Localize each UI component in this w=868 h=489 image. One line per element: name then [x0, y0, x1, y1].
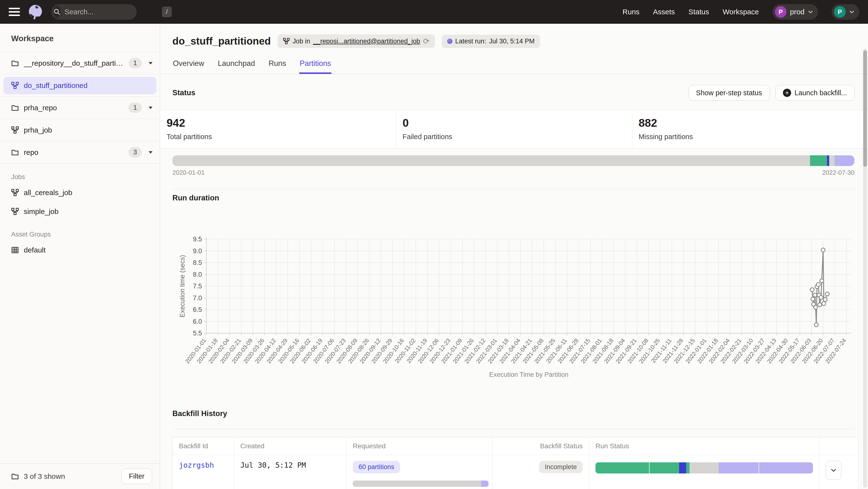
svg-text:6.0: 6.0 — [193, 318, 202, 325]
repo-count-badge: 1 — [128, 102, 142, 113]
vertical-scrollbar[interactable] — [863, 48, 867, 488]
folder-icon — [11, 59, 19, 67]
job-icon — [283, 38, 290, 44]
asset-group-icon — [11, 246, 19, 254]
stat-missing-partitions: 882 Missing partitions — [632, 110, 868, 148]
partition-status-bar[interactable] — [173, 155, 855, 166]
launch-backfill-button[interactable]: + Launch backfill... — [775, 85, 855, 101]
backfill-id-link[interactable]: jozrgsbh — [179, 461, 214, 469]
repos-shown-count: 3 of 3 shown — [24, 472, 117, 481]
stat-value: 0 — [402, 116, 632, 129]
chevron-down-icon[interactable] — [149, 151, 153, 154]
sidebar-title: Workspace — [0, 24, 160, 52]
partition-range-start: 2020-01-01 — [173, 169, 205, 176]
tab-launchpad[interactable]: Launchpad — [217, 59, 255, 74]
chevron-down-icon — [808, 10, 813, 13]
deployment-label: prod — [790, 8, 804, 16]
expand-row-button[interactable] — [826, 461, 841, 480]
sidebar-item-default-asset-group[interactable]: default — [0, 240, 160, 260]
sidebar-footer: 3 of 3 shown Filter — [0, 463, 160, 489]
chevron-down-icon[interactable] — [149, 107, 153, 109]
sidebar-item-repo[interactable]: repo 3 — [0, 141, 160, 164]
top-nav-links: Runs Assets Status Workspace P prod P — [622, 4, 859, 20]
svg-text:Execution Time by Partition: Execution Time by Partition — [489, 371, 568, 378]
section-divider — [173, 429, 855, 429]
column-header-created: Created — [234, 437, 346, 455]
folder-icon — [11, 104, 19, 112]
deployment-avatar: P — [775, 6, 786, 18]
backfill-run-status-bar — [595, 462, 813, 474]
user-menu[interactable]: P — [832, 4, 859, 20]
run-status-dot-icon — [447, 38, 453, 44]
column-header-requested: Requested — [346, 437, 493, 455]
show-per-step-status-button[interactable]: Show per-step status — [689, 85, 770, 101]
stat-label: Total partitions — [166, 133, 396, 141]
nav-link-runs[interactable]: Runs — [622, 8, 639, 16]
workspace-sidebar: Workspace __repository__do_stuff_partiti… — [0, 24, 160, 489]
tab-runs[interactable]: Runs — [268, 59, 287, 74]
sidebar-item-all-cereals-job[interactable]: all_cereals_job — [0, 183, 160, 202]
hamburger-menu-icon[interactable] — [9, 8, 20, 16]
top-navigation-bar: / Runs Assets Status Workspace P prod P — [0, 0, 868, 24]
job-icon — [11, 82, 19, 90]
filter-button[interactable]: Filter — [121, 469, 152, 484]
svg-text:Execution time (secs): Execution time (secs) — [179, 255, 186, 318]
job-name: prha_job — [24, 126, 153, 134]
svg-text:9.0: 9.0 — [193, 248, 202, 255]
stat-label: Failed partitions — [402, 133, 632, 141]
svg-text:7.0: 7.0 — [193, 294, 202, 302]
backfill-created-time: Jul 30, 5:12 PM — [240, 461, 306, 469]
nav-link-workspace[interactable]: Workspace — [722, 8, 759, 16]
latest-run-tag: Latest run: Jul 30, 5:14 PM — [442, 35, 540, 48]
tab-partitions[interactable]: Partitions — [299, 59, 332, 74]
search-icon — [53, 6, 61, 18]
scrollbar-thumb[interactable] — [863, 51, 867, 167]
requested-partitions-chip[interactable]: 60 partitions — [353, 461, 400, 473]
backfill-table-row: jozrgsbh Jul 30, 5:12 PM 60 partitions 2… — [173, 455, 858, 489]
job-origin-prefix: Job in — [293, 38, 310, 45]
stat-value: 942 — [166, 116, 396, 129]
folder-icon — [11, 472, 19, 480]
svg-text:8.0: 8.0 — [193, 271, 202, 278]
global-search[interactable]: / — [52, 4, 137, 20]
tab-overview[interactable]: Overview — [173, 59, 205, 74]
run-duration-chart: 2020-01-012020-01-182020-02-042020-02-21… — [167, 228, 855, 386]
latest-run-link[interactable]: Jul 30, 5:14 PM — [489, 38, 535, 45]
job-origin-link[interactable]: __reposi...artitioned@partitioned_job — [313, 38, 420, 45]
job-tabs: Overview Launchpad Runs Partitions — [160, 59, 868, 74]
backfill-history-title: Backfill History — [173, 409, 855, 418]
partition-range-end: 2022-07-30 — [822, 169, 855, 176]
column-header-actions — [819, 437, 858, 455]
nav-link-status[interactable]: Status — [688, 8, 709, 16]
svg-text:5.5: 5.5 — [193, 330, 202, 337]
dagster-logo[interactable] — [27, 3, 44, 20]
svg-text:6.5: 6.5 — [193, 306, 202, 313]
sidebar-item-simple-job[interactable]: simple_job — [0, 202, 160, 221]
sidebar-item-do-stuff-partitioned[interactable]: do_stuff_partitioned — [0, 74, 160, 97]
svg-text:9.5: 9.5 — [193, 235, 202, 243]
job-name: simple_job — [24, 207, 149, 216]
sidebar-item-prha-repo[interactable]: prha_repo 1 — [0, 97, 160, 119]
page-title: do_stuff_partitioned — [173, 35, 271, 47]
asset-group-name: default — [24, 246, 149, 254]
repo-name: prha_repo — [24, 104, 124, 112]
repo-name: __repository__do_stuff_partitio... — [24, 59, 124, 67]
nav-link-assets[interactable]: Assets — [653, 8, 675, 16]
search-input[interactable] — [61, 8, 162, 16]
status-section-title: Status — [173, 89, 195, 97]
latest-run-label: Latest run: — [455, 38, 486, 45]
asset-groups-section-label: Asset Groups — [0, 221, 160, 240]
deployment-switcher[interactable]: P prod — [772, 4, 818, 20]
job-origin-tag: Job in __reposi...artitioned@partitioned… — [278, 34, 435, 48]
sidebar-item-repository[interactable]: __repository__do_stuff_partitio... 1 — [0, 52, 160, 74]
job-icon — [11, 189, 19, 197]
column-header-backfill-id: Backfill Id — [173, 437, 234, 455]
job-name: do_stuff_partitioned — [24, 82, 149, 90]
svg-text:8.5: 8.5 — [193, 259, 202, 266]
svg-text:7.5: 7.5 — [193, 283, 202, 290]
refresh-icon[interactable]: ⟳ — [423, 37, 430, 45]
stat-value: 882 — [639, 116, 868, 129]
chevron-down-icon[interactable] — [149, 62, 153, 64]
chevron-down-icon — [849, 10, 855, 13]
sidebar-item-prha-job[interactable]: prha_job — [0, 119, 160, 141]
